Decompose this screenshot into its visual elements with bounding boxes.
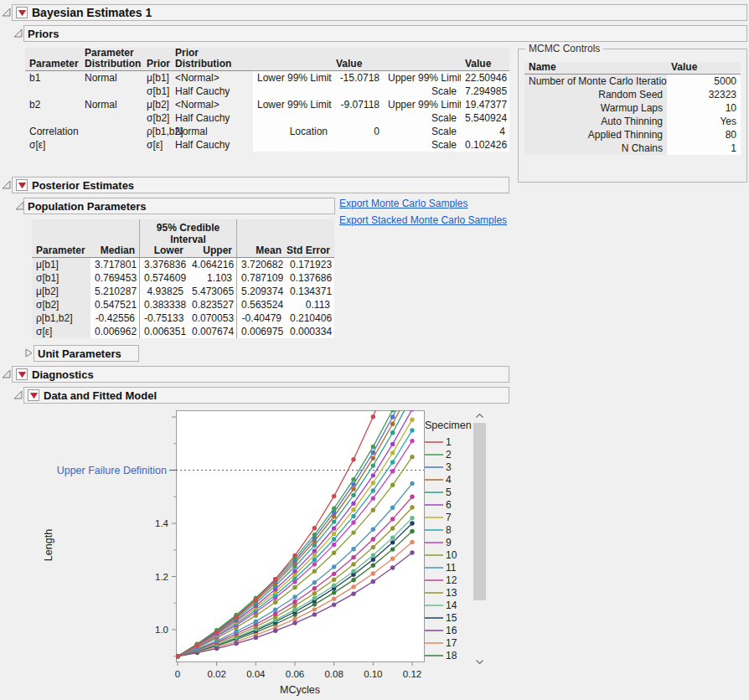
legend-label-specimen-13[interactable]: 13 bbox=[446, 587, 457, 599]
data-point[interactable] bbox=[371, 488, 375, 492]
data-point[interactable] bbox=[351, 501, 355, 505]
disclosure-open-icon[interactable] bbox=[1, 368, 12, 379]
data-point[interactable] bbox=[371, 553, 375, 557]
legend-label-specimen-3[interactable]: 3 bbox=[446, 461, 452, 473]
data-point[interactable] bbox=[410, 417, 414, 421]
data-point[interactable] bbox=[390, 535, 395, 539]
section-header-posterior-estimates[interactable]: Posterior Estimates bbox=[12, 177, 509, 193]
data-point[interactable] bbox=[292, 585, 297, 589]
data-point[interactable] bbox=[313, 607, 317, 611]
data-point[interactable] bbox=[313, 569, 317, 573]
data-point[interactable] bbox=[371, 579, 375, 584]
data-point[interactable] bbox=[351, 457, 355, 461]
data-point[interactable] bbox=[292, 617, 297, 621]
data-point[interactable] bbox=[390, 540, 395, 544]
data-point[interactable] bbox=[351, 493, 355, 497]
data-point[interactable] bbox=[313, 543, 317, 548]
legend-label-specimen-17[interactable]: 17 bbox=[446, 637, 457, 649]
data-point[interactable] bbox=[371, 537, 375, 541]
data-point[interactable] bbox=[410, 516, 414, 520]
data-point[interactable] bbox=[390, 442, 395, 446]
legend-label-specimen-7[interactable]: 7 bbox=[446, 512, 452, 523]
section-header-bayesian-estimates[interactable]: Bayesian Estimates 1 bbox=[12, 4, 747, 21]
column-header[interactable]: Mean bbox=[237, 245, 286, 258]
data-point[interactable] bbox=[234, 630, 238, 634]
data-point[interactable] bbox=[410, 521, 414, 525]
data-point[interactable] bbox=[254, 619, 258, 623]
data-point[interactable] bbox=[313, 526, 317, 530]
data-point[interactable] bbox=[390, 469, 395, 473]
legend-label-specimen-16[interactable]: 16 bbox=[446, 625, 457, 636]
section-header-population-parameters[interactable]: Population Parameters bbox=[23, 198, 335, 214]
legend-label-specimen-4[interactable]: 4 bbox=[446, 474, 452, 486]
data-point[interactable] bbox=[390, 517, 395, 521]
data-point[interactable] bbox=[332, 551, 336, 555]
data-point[interactable] bbox=[371, 445, 375, 449]
export-stacked-monte-carlo-samples-link[interactable]: Export Stacked Monte Carlo Samples bbox=[339, 214, 507, 226]
column-header[interactable]: Lower bbox=[139, 245, 188, 258]
data-point[interactable] bbox=[371, 507, 375, 512]
data-point[interactable] bbox=[351, 507, 355, 512]
export-monte-carlo-samples-link[interactable]: Export Monte Carlo Samples bbox=[339, 198, 467, 209]
data-point[interactable] bbox=[410, 455, 414, 459]
data-point[interactable] bbox=[371, 496, 375, 500]
data-point[interactable] bbox=[332, 537, 336, 541]
data-point[interactable] bbox=[273, 611, 277, 615]
data-point[interactable] bbox=[234, 641, 238, 646]
data-point[interactable] bbox=[292, 594, 297, 599]
data-point[interactable] bbox=[234, 615, 238, 619]
data-point[interactable] bbox=[332, 494, 336, 498]
column-header[interactable] bbox=[253, 48, 332, 71]
column-header[interactable]: Median bbox=[90, 245, 139, 258]
data-point[interactable] bbox=[390, 506, 395, 510]
legend-label-specimen-12[interactable]: 12 bbox=[446, 574, 457, 586]
data-point[interactable] bbox=[351, 555, 355, 559]
data-point[interactable] bbox=[273, 607, 277, 611]
data-point[interactable] bbox=[313, 562, 317, 566]
scroll-down-button[interactable] bbox=[473, 655, 487, 668]
data-point[interactable] bbox=[390, 414, 395, 419]
data-point[interactable] bbox=[175, 654, 179, 658]
red-triangle-menu-icon[interactable] bbox=[16, 368, 28, 380]
data-point[interactable] bbox=[390, 460, 395, 464]
disclosure-open-icon[interactable] bbox=[1, 7, 12, 18]
data-point[interactable] bbox=[410, 505, 414, 509]
data-point[interactable] bbox=[410, 540, 414, 544]
data-point[interactable] bbox=[371, 557, 375, 561]
column-header[interactable]: Prior bbox=[142, 48, 171, 71]
data-point[interactable] bbox=[332, 584, 336, 588]
column-header[interactable]: Prior Distribution bbox=[171, 48, 253, 71]
column-header[interactable]: Parameter bbox=[32, 245, 90, 258]
data-point[interactable] bbox=[292, 553, 297, 558]
red-triangle-menu-icon[interactable] bbox=[16, 179, 28, 191]
data-point[interactable] bbox=[313, 612, 317, 616]
column-header[interactable]: Parameter bbox=[25, 48, 80, 71]
data-point[interactable] bbox=[351, 584, 355, 589]
data-point[interactable] bbox=[254, 597, 258, 601]
data-point[interactable] bbox=[371, 414, 375, 419]
data-point[interactable] bbox=[332, 507, 336, 511]
column-header[interactable]: Upper bbox=[188, 245, 237, 258]
column-header[interactable]: Name bbox=[524, 62, 667, 75]
red-triangle-menu-icon[interactable] bbox=[28, 389, 39, 401]
data-point[interactable] bbox=[390, 422, 395, 426]
data-point[interactable] bbox=[313, 553, 317, 557]
data-point[interactable] bbox=[351, 578, 355, 582]
legend-label-specimen-10[interactable]: 10 bbox=[446, 549, 457, 561]
data-point[interactable] bbox=[332, 572, 336, 576]
scroll-up-button[interactable] bbox=[473, 409, 487, 422]
data-point[interactable] bbox=[313, 548, 317, 553]
disclosure-open-icon[interactable] bbox=[13, 389, 23, 400]
data-point[interactable] bbox=[332, 578, 336, 582]
disclosure-open-icon[interactable] bbox=[13, 28, 23, 39]
data-point[interactable] bbox=[410, 407, 414, 411]
data-point[interactable] bbox=[410, 428, 414, 432]
data-point[interactable] bbox=[371, 450, 375, 455]
data-point[interactable] bbox=[390, 408, 395, 412]
data-point[interactable] bbox=[195, 643, 199, 647]
legend-label-specimen-8[interactable]: 8 bbox=[446, 524, 452, 536]
data-point[interactable] bbox=[351, 530, 355, 534]
data-point[interactable] bbox=[351, 562, 355, 566]
legend-label-specimen-2[interactable]: 2 bbox=[446, 449, 452, 461]
data-point[interactable] bbox=[313, 591, 317, 595]
